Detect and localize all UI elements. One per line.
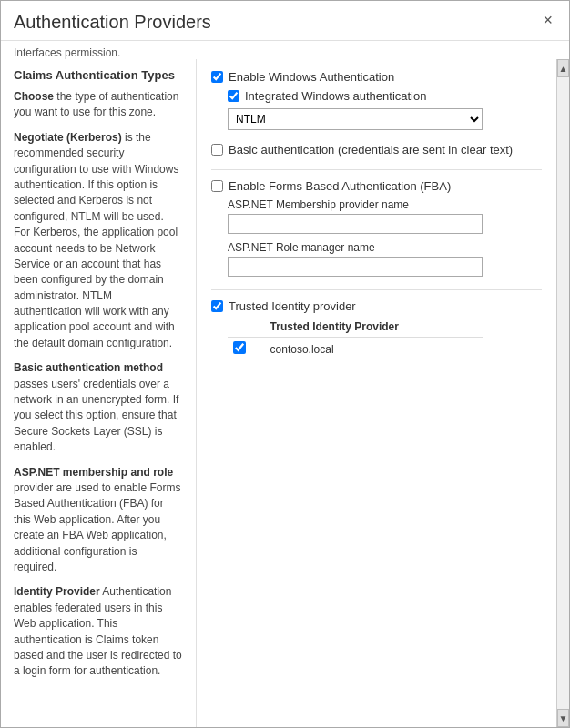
trusted-identity-checkbox[interactable]	[211, 300, 223, 312]
role-manager-label: ASP.NET Role manager name	[228, 241, 542, 254]
integrated-windows-auth-row: Integrated Windows authentication	[228, 89, 542, 103]
integrated-windows-auth-label[interactable]: Integrated Windows authentication	[245, 89, 426, 103]
right-panel: Enable Windows Authentication Integrated…	[197, 59, 556, 727]
windows-auth-group: Enable Windows Authentication Integrated…	[211, 70, 542, 130]
basic-auth-row: Basic authentication (credentials are se…	[211, 143, 542, 157]
forms-auth-label[interactable]: Enable Forms Based Authentication (FBA)	[229, 179, 451, 193]
identity-text: Authentication enables federated users i…	[14, 585, 182, 677]
left-panel: Claims Authentication Types Choose the t…	[1, 59, 197, 727]
trusted-identity-table: Trusted Identity Provider contoso.local	[228, 318, 483, 360]
choose-heading: Choose	[14, 90, 54, 103]
divider-2	[211, 289, 542, 290]
dialog-body: Claims Authentication Types Choose the t…	[1, 59, 569, 727]
trusted-identity-row: Trusted Identity provider	[211, 299, 542, 313]
basic-paragraph: Basic authentication method passes users…	[14, 360, 183, 455]
enable-windows-auth-label[interactable]: Enable Windows Authentication	[229, 70, 394, 84]
trusted-provider-row: contoso.local	[228, 338, 483, 361]
trusted-identity-label[interactable]: Trusted Identity provider	[229, 299, 356, 313]
aspnet-text: provider are used to enable Forms Based …	[14, 481, 180, 573]
enable-windows-auth-checkbox[interactable]	[211, 71, 223, 83]
identity-heading: Identity Provider	[14, 585, 100, 598]
trusted-table-header-name: Trusted Identity Provider	[265, 318, 483, 338]
scroll-up-button[interactable]: ▲	[557, 59, 569, 77]
scroll-down-arrow: ▼	[559, 713, 568, 723]
basic-auth-group: Basic authentication (credentials are se…	[211, 143, 542, 157]
authentication-providers-dialog: Authentication Providers × Interfaces pe…	[0, 0, 570, 728]
dialog-subtitle: Interfaces permission.	[1, 41, 569, 59]
enable-windows-auth-row: Enable Windows Authentication	[211, 70, 542, 84]
basic-auth-label[interactable]: Basic authentication (credentials are se…	[229, 143, 513, 157]
dialog-header: Authentication Providers ×	[1, 1, 569, 41]
trusted-provider-checkbox[interactable]	[233, 341, 246, 354]
scrollbar: ▲ ▼	[556, 59, 569, 727]
identity-paragraph: Identity Provider Authentication enables…	[14, 584, 183, 679]
trusted-provider-checkbox-cell	[228, 338, 265, 361]
divider-1	[211, 169, 542, 170]
scroll-track	[557, 77, 569, 709]
negotiate-paragraph: Negotiate (Kerberos) is the recommended …	[14, 130, 183, 351]
aspnet-paragraph: ASP.NET membership and role provider are…	[14, 465, 183, 576]
trusted-table-header-checkbox-col	[228, 318, 265, 338]
negotiate-heading: Negotiate (Kerberos)	[14, 131, 122, 144]
basic-auth-checkbox[interactable]	[211, 144, 223, 156]
negotiate-text: is the recommended security configuratio…	[14, 131, 178, 349]
scroll-up-arrow: ▲	[559, 64, 568, 74]
basic-auth-heading: Basic authentication method	[14, 361, 163, 374]
scroll-down-button[interactable]: ▼	[557, 709, 569, 727]
ntlm-select-row: NTLM Negotiate (Kerberos) Negotiate	[228, 108, 542, 130]
dialog-title: Authentication Providers	[14, 12, 211, 33]
claims-section-title: Claims Authentication Types	[14, 68, 183, 82]
role-manager-input[interactable]	[228, 257, 483, 277]
basic-auth-text: passes users' credentials over a network…	[14, 378, 178, 454]
forms-auth-checkbox[interactable]	[211, 180, 223, 192]
ntlm-select[interactable]: NTLM Negotiate (Kerberos) Negotiate	[228, 108, 483, 130]
trusted-provider-name: contoso.local	[265, 338, 483, 361]
membership-provider-label: ASP.NET Membership provider name	[228, 198, 542, 211]
forms-auth-group: Enable Forms Based Authentication (FBA) …	[211, 179, 542, 277]
membership-provider-input[interactable]	[228, 214, 483, 234]
trusted-identity-group: Trusted Identity provider Trusted Identi…	[211, 299, 542, 360]
choose-paragraph: Choose the type of authentication you wa…	[14, 89, 183, 121]
close-button[interactable]: ×	[539, 12, 556, 28]
integrated-windows-auth-checkbox[interactable]	[228, 90, 239, 102]
aspnet-heading: ASP.NET membership and role	[14, 466, 173, 479]
forms-auth-row: Enable Forms Based Authentication (FBA)	[211, 179, 542, 193]
